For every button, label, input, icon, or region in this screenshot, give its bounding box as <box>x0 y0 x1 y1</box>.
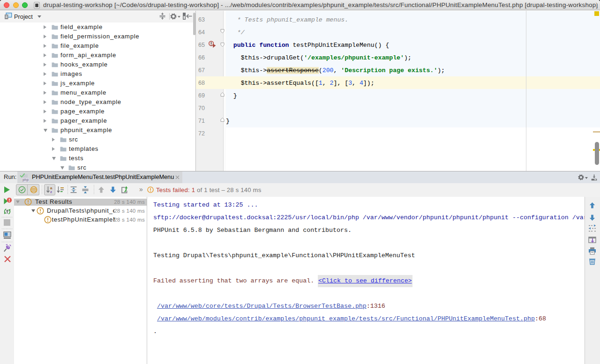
svg-text:z: z <box>50 190 52 193</box>
